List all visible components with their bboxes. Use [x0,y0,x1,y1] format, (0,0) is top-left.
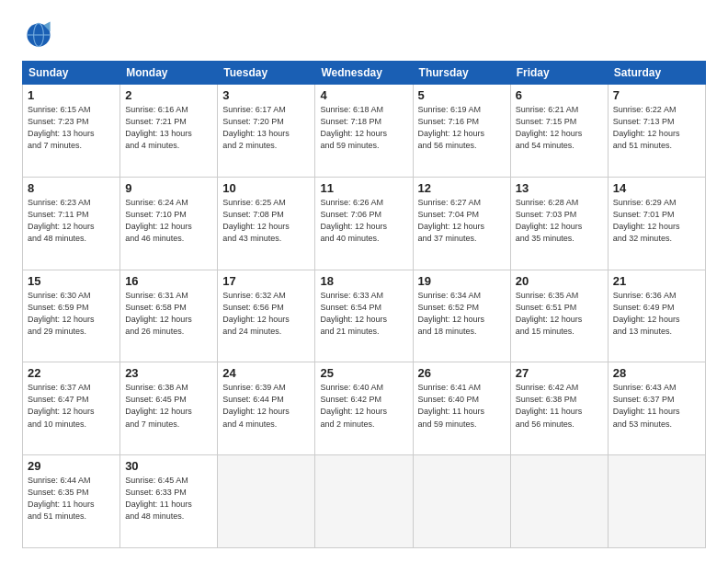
day-info: Sunrise: 6:17 AM Sunset: 7:20 PM Dayligh… [222,104,310,152]
day-info: Sunrise: 6:31 AM Sunset: 6:58 PM Dayligh… [125,290,212,338]
day-info: Sunrise: 6:33 AM Sunset: 6:54 PM Dayligh… [320,290,407,338]
day-cell: 30Sunrise: 6:45 AM Sunset: 6:33 PM Dayli… [120,455,218,548]
day-number: 4 [320,88,407,102]
day-cell: 27Sunrise: 6:42 AM Sunset: 6:38 PM Dayli… [510,362,608,455]
day-info: Sunrise: 6:16 AM Sunset: 7:21 PM Dayligh… [125,104,212,152]
weekday-header-tuesday: Tuesday [218,62,315,85]
week-row-2: 8Sunrise: 6:23 AM Sunset: 7:11 PM Daylig… [23,177,706,270]
weekday-header-saturday: Saturday [608,62,705,85]
week-row-4: 22Sunrise: 6:37 AM Sunset: 6:47 PM Dayli… [23,362,706,455]
day-number: 27 [516,366,603,380]
day-info: Sunrise: 6:35 AM Sunset: 6:51 PM Dayligh… [516,290,603,338]
day-cell: 15Sunrise: 6:30 AM Sunset: 6:59 PM Dayli… [23,270,120,362]
day-cell: 13Sunrise: 6:28 AM Sunset: 7:03 PM Dayli… [510,177,608,270]
day-info: Sunrise: 6:40 AM Sunset: 6:42 PM Dayligh… [320,382,407,430]
day-info: Sunrise: 6:26 AM Sunset: 7:06 PM Dayligh… [320,197,407,245]
day-info: Sunrise: 6:44 AM Sunset: 6:35 PM Dayligh… [28,475,115,523]
logo-icon [22,18,55,52]
weekday-header-monday: Monday [120,62,218,85]
day-cell: 6Sunrise: 6:21 AM Sunset: 7:15 PM Daylig… [510,85,608,178]
day-number: 11 [320,181,407,195]
day-info: Sunrise: 6:37 AM Sunset: 6:47 PM Dayligh… [28,382,115,430]
day-info: Sunrise: 6:29 AM Sunset: 7:01 PM Dayligh… [613,197,700,245]
weekday-header-thursday: Thursday [413,62,510,85]
day-info: Sunrise: 6:32 AM Sunset: 6:56 PM Dayligh… [222,290,310,338]
day-number: 3 [222,88,310,102]
day-cell [218,455,315,548]
day-info: Sunrise: 6:18 AM Sunset: 7:18 PM Dayligh… [320,104,407,152]
day-cell [315,455,413,548]
logo [22,18,59,52]
day-number: 8 [28,181,115,195]
day-cell: 1Sunrise: 6:15 AM Sunset: 7:23 PM Daylig… [23,85,120,178]
day-info: Sunrise: 6:36 AM Sunset: 6:49 PM Dayligh… [613,290,700,338]
day-cell: 14Sunrise: 6:29 AM Sunset: 7:01 PM Dayli… [608,177,705,270]
day-cell: 16Sunrise: 6:31 AM Sunset: 6:58 PM Dayli… [120,270,218,362]
day-number: 29 [28,459,115,473]
day-cell: 11Sunrise: 6:26 AM Sunset: 7:06 PM Dayli… [315,177,413,270]
day-info: Sunrise: 6:30 AM Sunset: 6:59 PM Dayligh… [28,290,115,338]
day-number: 24 [222,366,310,380]
day-number: 16 [125,274,212,288]
day-number: 5 [418,88,506,102]
day-info: Sunrise: 6:45 AM Sunset: 6:33 PM Dayligh… [125,475,212,523]
day-number: 1 [28,88,115,102]
weekday-header-wednesday: Wednesday [315,62,413,85]
day-cell: 22Sunrise: 6:37 AM Sunset: 6:47 PM Dayli… [23,362,120,455]
day-cell: 23Sunrise: 6:38 AM Sunset: 6:45 PM Dayli… [120,362,218,455]
day-cell: 24Sunrise: 6:39 AM Sunset: 6:44 PM Dayli… [218,362,315,455]
day-number: 17 [222,274,310,288]
page: SundayMondayTuesdayWednesdayThursdayFrid… [0,0,728,563]
day-info: Sunrise: 6:41 AM Sunset: 6:40 PM Dayligh… [418,382,506,430]
day-cell: 5Sunrise: 6:19 AM Sunset: 7:16 PM Daylig… [413,85,510,178]
day-info: Sunrise: 6:21 AM Sunset: 7:15 PM Dayligh… [516,104,603,152]
day-number: 12 [418,181,506,195]
day-cell: 19Sunrise: 6:34 AM Sunset: 6:52 PM Dayli… [413,270,510,362]
day-cell: 20Sunrise: 6:35 AM Sunset: 6:51 PM Dayli… [510,270,608,362]
day-info: Sunrise: 6:25 AM Sunset: 7:08 PM Dayligh… [222,197,310,245]
day-number: 9 [125,181,212,195]
day-info: Sunrise: 6:27 AM Sunset: 7:04 PM Dayligh… [418,197,506,245]
day-info: Sunrise: 6:28 AM Sunset: 7:03 PM Dayligh… [516,197,603,245]
day-cell: 7Sunrise: 6:22 AM Sunset: 7:13 PM Daylig… [608,85,705,178]
day-info: Sunrise: 6:39 AM Sunset: 6:44 PM Dayligh… [222,382,310,430]
day-info: Sunrise: 6:38 AM Sunset: 6:45 PM Dayligh… [125,382,212,430]
day-number: 14 [613,181,700,195]
day-cell: 12Sunrise: 6:27 AM Sunset: 7:04 PM Dayli… [413,177,510,270]
day-number: 10 [222,181,310,195]
day-cell: 21Sunrise: 6:36 AM Sunset: 6:49 PM Dayli… [608,270,705,362]
day-number: 19 [418,274,506,288]
day-cell [608,455,705,548]
day-number: 20 [516,274,603,288]
day-cell: 10Sunrise: 6:25 AM Sunset: 7:08 PM Dayli… [218,177,315,270]
day-info: Sunrise: 6:15 AM Sunset: 7:23 PM Dayligh… [28,104,115,152]
day-cell: 2Sunrise: 6:16 AM Sunset: 7:21 PM Daylig… [120,85,218,178]
day-cell: 25Sunrise: 6:40 AM Sunset: 6:42 PM Dayli… [315,362,413,455]
day-cell: 17Sunrise: 6:32 AM Sunset: 6:56 PM Dayli… [218,270,315,362]
day-number: 28 [613,366,700,380]
day-info: Sunrise: 6:22 AM Sunset: 7:13 PM Dayligh… [613,104,700,152]
weekday-header-row: SundayMondayTuesdayWednesdayThursdayFrid… [23,62,706,85]
day-number: 13 [516,181,603,195]
day-number: 22 [28,366,115,380]
day-cell: 29Sunrise: 6:44 AM Sunset: 6:35 PM Dayli… [23,455,120,548]
day-cell: 9Sunrise: 6:24 AM Sunset: 7:10 PM Daylig… [120,177,218,270]
day-cell [510,455,608,548]
weekday-header-friday: Friday [510,62,608,85]
week-row-5: 29Sunrise: 6:44 AM Sunset: 6:35 PM Dayli… [23,455,706,548]
day-cell: 28Sunrise: 6:43 AM Sunset: 6:37 PM Dayli… [608,362,705,455]
day-info: Sunrise: 6:43 AM Sunset: 6:37 PM Dayligh… [613,382,700,430]
day-info: Sunrise: 6:24 AM Sunset: 7:10 PM Dayligh… [125,197,212,245]
day-cell: 18Sunrise: 6:33 AM Sunset: 6:54 PM Dayli… [315,270,413,362]
header [22,18,706,52]
day-cell: 4Sunrise: 6:18 AM Sunset: 7:18 PM Daylig… [315,85,413,178]
day-info: Sunrise: 6:23 AM Sunset: 7:11 PM Dayligh… [28,197,115,245]
day-number: 25 [320,366,407,380]
day-cell: 26Sunrise: 6:41 AM Sunset: 6:40 PM Dayli… [413,362,510,455]
day-cell [413,455,510,548]
day-number: 7 [613,88,700,102]
day-number: 15 [28,274,115,288]
day-number: 30 [125,459,212,473]
day-number: 18 [320,274,407,288]
weekday-header-sunday: Sunday [23,62,120,85]
